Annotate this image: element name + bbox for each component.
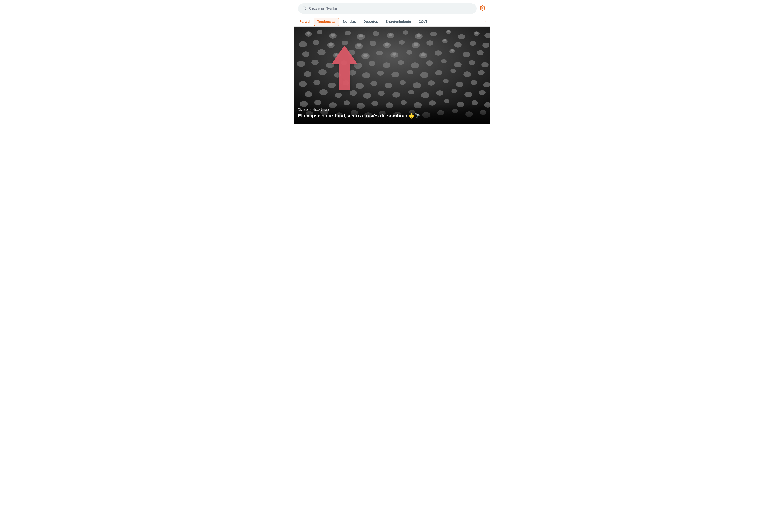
search-bar-area: Buscar en Twitter <box>293 0 490 17</box>
svg-point-95 <box>436 90 443 96</box>
svg-point-93 <box>408 90 414 95</box>
tab-para-ti[interactable]: Para ti <box>296 17 314 26</box>
svg-point-97 <box>464 92 472 97</box>
hero-time: Hace 1 hora <box>313 108 329 111</box>
svg-point-23 <box>370 41 376 46</box>
svg-point-53 <box>411 62 419 68</box>
hero-image-container[interactable]: Ciencia · Hace 1 hora El eclipse solar t… <box>293 27 490 124</box>
svg-point-128 <box>358 34 363 37</box>
svg-point-9 <box>373 31 379 36</box>
svg-point-45 <box>297 61 305 67</box>
svg-point-91 <box>378 91 385 96</box>
svg-point-59 <box>304 71 311 77</box>
tab-covi[interactable]: COVI <box>415 17 431 26</box>
svg-point-52 <box>398 60 404 65</box>
svg-point-96 <box>451 89 457 93</box>
svg-line-1 <box>305 9 306 9</box>
svg-point-132 <box>475 32 478 34</box>
svg-point-65 <box>392 72 399 77</box>
hero-caption: Ciencia · Hace 1 hora El eclipse solar t… <box>293 104 490 124</box>
svg-point-67 <box>420 72 428 78</box>
svg-point-87 <box>319 89 327 95</box>
svg-point-2 <box>481 7 483 9</box>
svg-point-77 <box>371 81 377 86</box>
svg-point-81 <box>428 80 435 86</box>
search-icon <box>302 6 306 11</box>
svg-point-29 <box>454 42 462 47</box>
svg-point-31 <box>482 42 490 48</box>
svg-point-51 <box>383 62 390 68</box>
svg-point-141 <box>421 53 426 56</box>
svg-point-55 <box>441 59 447 63</box>
svg-point-69 <box>450 69 456 73</box>
svg-point-140 <box>392 53 397 56</box>
svg-point-64 <box>377 71 384 76</box>
svg-point-46 <box>312 60 319 65</box>
svg-point-58 <box>481 62 489 67</box>
svg-point-33 <box>317 49 326 55</box>
hero-category: Ciencia <box>298 108 308 111</box>
svg-point-68 <box>435 70 442 75</box>
svg-point-66 <box>407 70 413 74</box>
svg-point-50 <box>369 61 375 66</box>
svg-point-32 <box>302 51 309 57</box>
svg-point-25 <box>399 40 405 44</box>
svg-point-57 <box>469 60 475 65</box>
svg-point-18 <box>299 41 307 47</box>
svg-point-43 <box>463 52 470 57</box>
hero-separator: · <box>310 108 311 111</box>
svg-point-30 <box>470 41 476 46</box>
svg-point-13 <box>430 32 437 36</box>
hero-meta: Ciencia · Hace 1 hora <box>298 108 485 111</box>
svg-point-92 <box>392 92 400 98</box>
tabs-nav: Para ti Tendencias Noticias Deportes Ent… <box>293 17 490 27</box>
svg-point-7 <box>345 31 351 35</box>
svg-point-15 <box>458 34 465 39</box>
svg-point-60 <box>318 69 326 75</box>
svg-point-142 <box>451 49 454 52</box>
svg-point-5 <box>317 30 322 34</box>
tab-noticias[interactable]: Noticias <box>339 17 359 26</box>
svg-marker-143 <box>332 45 357 90</box>
svg-point-98 <box>479 90 486 95</box>
svg-point-70 <box>464 71 471 77</box>
svg-point-135 <box>385 43 389 46</box>
svg-point-84 <box>471 80 477 85</box>
svg-point-137 <box>443 39 446 41</box>
svg-point-88 <box>335 93 342 98</box>
svg-point-78 <box>385 82 392 88</box>
settings-icon[interactable] <box>479 5 485 12</box>
svg-point-11 <box>403 30 408 35</box>
svg-point-129 <box>389 33 393 36</box>
svg-point-89 <box>350 90 357 96</box>
svg-point-86 <box>305 91 312 97</box>
svg-point-130 <box>417 34 421 37</box>
search-placeholder: Buscar en Twitter <box>309 6 337 11</box>
svg-point-83 <box>456 81 464 87</box>
tab-entretenimiento[interactable]: Entretenimiento <box>382 17 415 26</box>
svg-point-37 <box>376 51 383 56</box>
svg-point-63 <box>362 72 371 78</box>
svg-point-139 <box>363 54 368 57</box>
svg-point-94 <box>421 92 429 98</box>
svg-point-82 <box>443 79 448 83</box>
svg-point-126 <box>307 32 310 35</box>
svg-point-90 <box>363 93 371 99</box>
svg-point-79 <box>400 80 406 85</box>
svg-point-127 <box>331 34 335 37</box>
hero-title: El eclipse solar total, visto a través d… <box>298 113 485 119</box>
tabs-chevron-right[interactable]: › <box>483 20 487 24</box>
tab-deportes[interactable]: Deportes <box>359 17 382 26</box>
svg-point-71 <box>478 70 484 75</box>
svg-point-109 <box>444 99 449 103</box>
svg-point-21 <box>342 40 348 45</box>
svg-point-44 <box>477 50 484 55</box>
svg-point-136 <box>414 43 418 46</box>
search-bar[interactable]: Buscar en Twitter <box>298 3 476 14</box>
svg-point-19 <box>313 40 319 45</box>
svg-point-131 <box>447 30 450 32</box>
tab-tendencias[interactable]: Tendencias <box>314 18 339 26</box>
svg-point-54 <box>426 61 433 66</box>
svg-point-73 <box>313 80 320 85</box>
svg-point-80 <box>413 82 421 88</box>
